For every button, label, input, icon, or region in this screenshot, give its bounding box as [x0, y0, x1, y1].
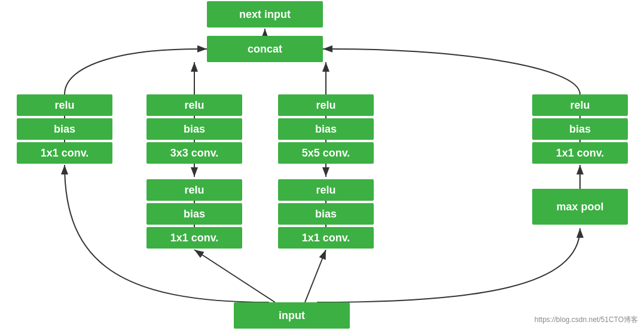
conv1x1-right-node: 1x1 conv.	[532, 142, 628, 164]
concat-node: concat	[207, 36, 323, 62]
bias-b1-bot-node: bias	[146, 203, 242, 225]
bias-b2-top-node: bias	[278, 118, 374, 140]
input-node: input	[234, 302, 350, 329]
conv5x5-node: 5x5 conv.	[278, 142, 374, 164]
conv1x1-b1-node: 1x1 conv.	[146, 227, 242, 249]
next-input-node: next input	[207, 1, 323, 27]
bias-left-node: bias	[17, 118, 112, 140]
bias-b2-bot-node: bias	[278, 203, 374, 225]
relu-b1-bot-node: relu	[146, 179, 242, 201]
watermark: https://blog.csdn.net/51CTO博客	[535, 315, 638, 325]
conv1x1-left-node: 1x1 conv.	[17, 142, 112, 164]
relu-b2-top-node: relu	[278, 94, 374, 116]
bias-b1-top-node: bias	[146, 118, 242, 140]
svg-line-20	[305, 250, 326, 302]
bias-right-node: bias	[532, 118, 628, 140]
diagram-container: next input concat relu bias 1x1 conv. re…	[0, 0, 644, 331]
svg-line-19	[194, 250, 275, 302]
conv1x1-b2-node: 1x1 conv.	[278, 227, 374, 249]
relu-b2-bot-node: relu	[278, 179, 374, 201]
conv3x3-node: 3x3 conv.	[146, 142, 242, 164]
max-pool-node: max pool	[532, 189, 628, 225]
relu-b1-top-node: relu	[146, 94, 242, 116]
relu-left-node: relu	[17, 94, 112, 116]
relu-right-node: relu	[532, 94, 628, 116]
